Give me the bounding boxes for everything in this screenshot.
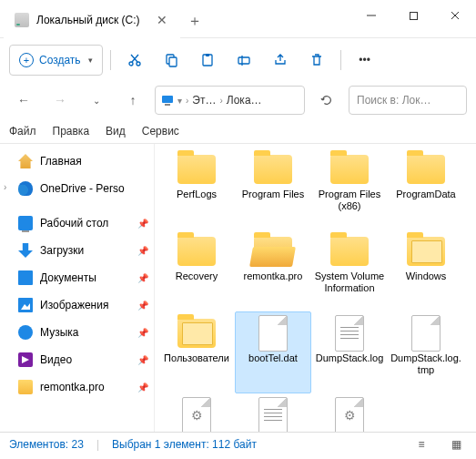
sidebar-music[interactable]: Музыка📌 bbox=[0, 319, 154, 346]
pin-icon: 📌 bbox=[137, 355, 148, 365]
folder-icon bbox=[177, 155, 216, 184]
search-placeholder: Поиск в: Лок… bbox=[357, 94, 430, 107]
plus-icon: + bbox=[19, 53, 34, 67]
svg-point-4 bbox=[129, 62, 133, 66]
pin-icon: 📌 bbox=[137, 328, 148, 338]
up-button[interactable]: ↑ bbox=[118, 86, 147, 115]
search-input[interactable]: Поиск в: Лок… bbox=[349, 86, 467, 115]
more-button[interactable]: ••• bbox=[349, 45, 381, 76]
sidebar-documents-label: Документы bbox=[40, 271, 96, 284]
svg-line-6 bbox=[132, 55, 138, 62]
sidebar-video[interactable]: Видео📌 bbox=[0, 346, 154, 373]
recent-button[interactable]: ⌄ bbox=[82, 86, 111, 115]
menu-edit[interactable]: Правка bbox=[53, 125, 90, 138]
folder-icon bbox=[177, 237, 216, 266]
share-button[interactable] bbox=[264, 45, 297, 76]
close-button[interactable] bbox=[434, 0, 476, 31]
file-item[interactable]: Program Files bbox=[235, 148, 311, 230]
file-item[interactable]: Windows bbox=[388, 230, 464, 311]
pin-icon: 📌 bbox=[137, 382, 148, 393]
file-label: Windows bbox=[406, 270, 447, 282]
download-icon bbox=[18, 243, 33, 258]
file-icon bbox=[182, 397, 211, 432]
svg-rect-12 bbox=[238, 57, 249, 64]
file-item[interactable]: Recovery.txt bbox=[235, 393, 311, 432]
desktop-icon bbox=[18, 216, 33, 230]
view-details-button[interactable]: ≡ bbox=[410, 435, 432, 454]
sidebar-documents[interactable]: Документы📌 bbox=[0, 264, 154, 291]
file-item[interactable]: DumpStack.log.tmp bbox=[388, 311, 464, 393]
svg-line-7 bbox=[131, 55, 137, 62]
file-label: ProgramData bbox=[396, 189, 455, 200]
folder-icon bbox=[254, 237, 292, 266]
folder-icon bbox=[407, 155, 445, 184]
sidebar: Главная ›OneDrive - Persо Рабочий стол📌 … bbox=[0, 144, 155, 432]
svg-rect-1 bbox=[410, 12, 417, 19]
file-item[interactable]: remontka.pro bbox=[235, 230, 311, 311]
sidebar-home[interactable]: Главная bbox=[0, 148, 154, 175]
file-item[interactable]: Recovery bbox=[158, 230, 235, 311]
file-item[interactable]: Program Files (x86) bbox=[311, 148, 388, 230]
svg-point-5 bbox=[137, 62, 140, 66]
sidebar-downloads[interactable]: Загрузки📌 bbox=[0, 237, 154, 264]
svg-rect-9 bbox=[169, 57, 177, 66]
address-row: ← → ⌄ ↑ ▾ ›Эт… ›Лока… Поиск в: Лок… bbox=[0, 82, 476, 118]
menu-file[interactable]: Файл bbox=[9, 125, 36, 138]
menu-service[interactable]: Сервис bbox=[142, 125, 179, 138]
svg-rect-15 bbox=[165, 104, 170, 106]
refresh-button[interactable] bbox=[312, 86, 341, 115]
maximize-button[interactable] bbox=[392, 0, 434, 31]
statusbar: Элементов: 23 | Выбран 1 элемент: 112 ба… bbox=[0, 432, 476, 455]
copy-button[interactable] bbox=[155, 45, 187, 76]
home-icon bbox=[18, 154, 33, 168]
minimize-button[interactable] bbox=[350, 0, 392, 31]
forward-button[interactable]: → bbox=[46, 86, 75, 115]
folder-icon bbox=[407, 237, 445, 266]
file-item[interactable]: bootTel.dat bbox=[235, 311, 311, 393]
tab-close-button[interactable]: ✕ bbox=[155, 13, 169, 27]
folder-icon bbox=[254, 155, 292, 184]
menu-view[interactable]: Вид bbox=[106, 125, 126, 138]
tab-title: Локальный диск (C:) bbox=[36, 14, 140, 26]
file-item[interactable]: swapfile.sys bbox=[311, 393, 388, 432]
view-icons-button[interactable]: ▦ bbox=[445, 435, 467, 454]
sidebar-remontka[interactable]: remontka.pro📌 bbox=[0, 373, 154, 401]
create-button[interactable]: + Создать ▾ bbox=[9, 45, 103, 76]
rename-button[interactable] bbox=[228, 45, 260, 76]
sidebar-pictures[interactable]: Изображения📌 bbox=[0, 291, 154, 319]
file-label: remontka.pro bbox=[244, 270, 303, 282]
back-button[interactable]: ← bbox=[9, 86, 38, 115]
file-item[interactable]: Пользователи bbox=[158, 311, 235, 393]
pin-icon: 📌 bbox=[137, 273, 148, 283]
tab-local-disk[interactable]: Локальный диск (C:) ✕ bbox=[4, 4, 180, 38]
folder-icon bbox=[18, 380, 33, 394]
file-item[interactable]: pagefile.sys bbox=[158, 393, 235, 432]
cut-button[interactable] bbox=[118, 45, 151, 76]
folder-icon bbox=[330, 237, 369, 266]
sidebar-onedrive[interactable]: OneDrive - Persо bbox=[0, 175, 154, 202]
file-grid[interactable]: PerfLogsProgram FilesProgram Files (x86)… bbox=[155, 144, 476, 432]
svg-rect-11 bbox=[206, 54, 209, 56]
drive-icon bbox=[15, 13, 29, 27]
paste-button[interactable] bbox=[191, 45, 224, 76]
delete-button[interactable] bbox=[300, 45, 333, 76]
file-label: Recovery bbox=[176, 270, 218, 282]
chevron-down-icon: ▾ bbox=[88, 56, 93, 65]
pin-icon: 📌 bbox=[137, 301, 148, 311]
music-icon bbox=[18, 325, 33, 340]
file-label: PerfLogs bbox=[177, 189, 217, 200]
sidebar-desktop[interactable]: Рабочий стол📌 bbox=[0, 209, 154, 237]
sidebar-video-label: Видео bbox=[40, 353, 72, 366]
crumb-2[interactable]: Лока… bbox=[227, 94, 262, 107]
file-icon bbox=[258, 315, 288, 352]
file-item[interactable]: System Volume Information bbox=[311, 230, 388, 311]
file-item[interactable]: PerfLogs bbox=[158, 148, 235, 230]
path-box[interactable]: ▾ ›Эт… ›Лока… bbox=[155, 86, 305, 115]
document-icon bbox=[18, 270, 33, 285]
file-item[interactable]: DumpStack.log bbox=[311, 311, 388, 393]
new-tab-button[interactable]: ＋ bbox=[180, 4, 209, 38]
file-item[interactable]: ProgramData bbox=[388, 148, 464, 230]
file-label: Program Files bbox=[242, 189, 304, 200]
file-label: DumpStack.log.tmp bbox=[390, 352, 461, 376]
crumb-1[interactable]: Эт… bbox=[192, 94, 216, 107]
